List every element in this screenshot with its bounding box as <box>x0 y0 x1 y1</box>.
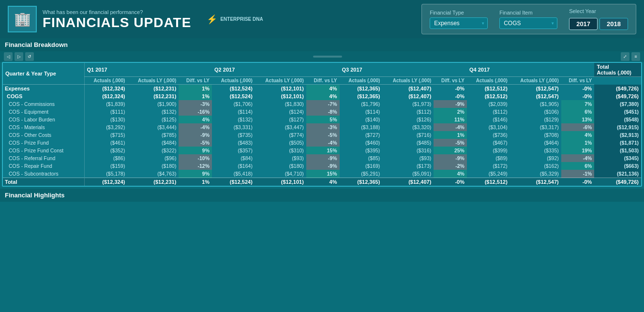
header-subtitle: What has been our financial performance? <box>43 9 191 15</box>
row-label: COS - Commissions <box>3 100 84 108</box>
header-text-group: What has been our financial performance?… <box>43 9 191 30</box>
q4-actuals-header: Actuals (,000) <box>467 77 510 85</box>
table-scroll[interactable]: Quarter & Year Type Q1 2017 Q2 2017 Q3 2… <box>3 63 641 186</box>
q4-actuals: ($12,512) <box>467 178 510 186</box>
financial-item-group: Financial Item COGS OPEX <box>499 10 557 29</box>
q2-actuals: ($357) <box>212 147 255 154</box>
q3-actuals: ($169) <box>340 162 383 170</box>
q1-actuals-ly: ($3,444) <box>127 123 179 131</box>
q4-actuals: ($12,512) <box>467 85 510 93</box>
row-total: ($12,915) <box>594 123 641 131</box>
table-row: COS - Materials($3,292)($3,444)-4%($3,33… <box>3 123 641 131</box>
row-total: ($1,871) <box>594 139 641 147</box>
q2-actuals: ($1,706) <box>212 100 255 108</box>
q3-diff: -9% <box>434 100 467 108</box>
q1-diff: -12% <box>179 162 212 170</box>
financial-type-group: Financial Type Expenses Revenue <box>430 10 488 29</box>
q1-actuals-ly: ($132) <box>127 108 179 116</box>
table-row: COS - Prize Fund Const($352)($322)9%($35… <box>3 147 641 154</box>
header: 🏢 What has been our financial performanc… <box>0 0 644 38</box>
q4-actuals-ly: ($1,905) <box>510 100 561 108</box>
q2-actuals-ly: ($505) <box>255 139 306 147</box>
table-row: COS - Prize Fund($461)($484)-5%($483)($5… <box>3 139 641 147</box>
row-total: ($663) <box>594 162 641 170</box>
back-icon[interactable]: ◁ <box>4 52 13 61</box>
select-year-label: Select Year <box>569 8 628 14</box>
q4-actuals: ($2,039) <box>467 100 510 108</box>
q2-actuals-ly-header: Actuals LY (,000) <box>255 77 306 85</box>
q3-diff: -0% <box>434 178 467 186</box>
row-label: COS - Materials <box>3 123 84 131</box>
q3-actuals-ly: ($485) <box>382 139 434 147</box>
row-label: COS - Equipment <box>3 108 84 116</box>
refresh-icon[interactable]: ↺ <box>25 52 34 61</box>
q1-actuals: ($715) <box>84 131 127 139</box>
q3-actuals-ly: ($316) <box>382 147 434 154</box>
header-row-1: Quarter & Year Type Q1 2017 Q2 2017 Q3 2… <box>3 63 641 77</box>
q3-diff: -2% <box>434 162 467 170</box>
q1-actuals: ($1,839) <box>84 100 127 108</box>
row-label: COS - Prize Fund <box>3 139 84 147</box>
q4-diff-header: Diff. vs LY <box>561 77 595 85</box>
q2-header: Q2 2017 <box>212 63 339 77</box>
q3-actuals-ly: ($112) <box>382 108 434 116</box>
q2-actuals: ($114) <box>212 108 255 116</box>
q3-diff: 1% <box>434 131 467 139</box>
q4-actuals-ly: ($12,547) <box>510 85 561 93</box>
row-total: ($7,380) <box>594 100 641 108</box>
row-total: ($2,913) <box>594 131 641 139</box>
q3-diff-header: Diff. vs LY <box>434 77 467 85</box>
q4-diff: -0% <box>561 92 595 100</box>
row-total: ($548) <box>594 116 641 123</box>
expand-icon[interactable]: ⤢ <box>621 52 629 61</box>
q4-diff: 19% <box>561 147 595 154</box>
year-buttons: 2017 2018 <box>569 18 628 30</box>
q4-actuals-ly: ($464) <box>510 139 561 147</box>
q1-actuals: ($5,178) <box>84 170 127 178</box>
financial-item-select[interactable]: COGS OPEX <box>499 17 557 29</box>
table-row: Total($12,324)($12,231)1%($12,524)($12,1… <box>3 178 641 186</box>
menu-icon[interactable]: ≡ <box>631 52 640 61</box>
q3-actuals-ly-header: Actuals LY (,000) <box>382 77 434 85</box>
q2-diff: 15% <box>306 170 340 178</box>
financial-type-label: Financial Type <box>430 10 488 15</box>
table-row: COS - Equipment($111)($132)-16%($114)($1… <box>3 108 641 116</box>
q2-diff: -7% <box>306 100 340 108</box>
financial-highlights-label: Financial Highlights <box>0 189 644 202</box>
forward-icon[interactable]: ▷ <box>15 52 23 61</box>
financial-breakdown-label: Financial Breakdown <box>0 38 644 51</box>
q3-actuals: ($460) <box>340 139 383 147</box>
q4-actuals: ($736) <box>467 131 510 139</box>
row-label: Total <box>3 178 84 186</box>
q1-diff: -16% <box>179 108 212 116</box>
q4-diff: 6% <box>561 108 595 116</box>
q2-actuals-ly: ($4,710) <box>255 170 306 178</box>
q3-diff: -4% <box>434 123 467 131</box>
row-label: COS - Other Costs <box>3 131 84 139</box>
financial-type-select[interactable]: Expenses Revenue <box>430 17 488 29</box>
q3-diff: 4% <box>434 170 467 178</box>
q3-actuals: ($3,188) <box>340 123 383 131</box>
table-container: Quarter & Year Type Q1 2017 Q2 2017 Q3 2… <box>2 62 642 187</box>
q3-actuals-ly: ($126) <box>382 116 434 123</box>
q4-diff: 13% <box>561 116 595 123</box>
row-label: COS - Subcontractors <box>3 170 84 178</box>
divider <box>313 56 342 58</box>
q4-actuals: ($467) <box>467 139 510 147</box>
q3-actuals-ly: ($93) <box>382 154 434 162</box>
year-2018-button[interactable]: 2018 <box>599 18 628 30</box>
q2-diff: 4% <box>306 85 340 93</box>
enterprise-dna-logo: ⚡ ENTERPRISE DNA <box>207 14 263 25</box>
q2-diff: -4% <box>306 139 340 147</box>
year-2017-button[interactable]: 2017 <box>569 18 598 30</box>
row-label-header: Quarter & Year Type <box>3 63 84 85</box>
q4-actuals: ($5,249) <box>467 170 510 178</box>
q2-actuals-ly: ($12,101) <box>255 92 306 100</box>
q1-actuals: ($130) <box>84 116 127 123</box>
header-row-2: Actuals (,000) Actuals LY (,000) Diff. v… <box>3 77 641 85</box>
q2-actuals: ($12,524) <box>212 85 255 93</box>
q1-actuals-header: Actuals (,000) <box>84 77 127 85</box>
q4-diff: 7% <box>561 100 595 108</box>
table-row: Expenses($12,324)($12,231)1%($12,524)($1… <box>3 85 641 93</box>
q1-actuals-ly: ($125) <box>127 116 179 123</box>
